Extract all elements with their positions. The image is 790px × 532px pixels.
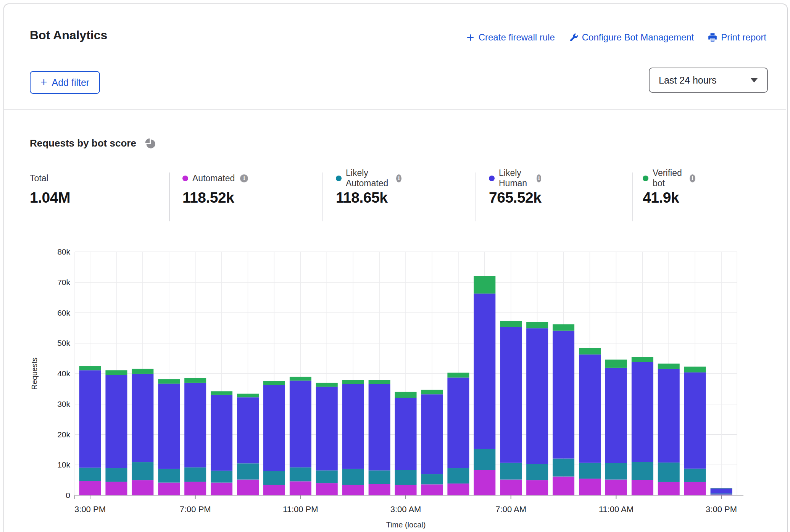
svg-text:7:00 PM: 7:00 PM [180,505,211,514]
svg-text:50k: 50k [57,339,70,347]
svg-text:3:00 PM: 3:00 PM [74,505,106,514]
svg-text:11:00 AM: 11:00 AM [599,505,634,514]
svg-text:0: 0 [66,491,70,500]
svg-text:70k: 70k [57,278,70,287]
svg-text:3:00 PM: 3:00 PM [706,505,737,514]
svg-text:Requests: Requests [30,358,39,390]
svg-text:Time (local): Time (local) [386,521,426,529]
svg-text:3:00 AM: 3:00 AM [390,505,421,514]
svg-text:7:00 AM: 7:00 AM [495,505,526,514]
svg-text:30k: 30k [57,400,70,408]
svg-text:20k: 20k [57,430,70,439]
svg-text:10k: 10k [57,460,70,469]
svg-text:40k: 40k [57,369,70,378]
requests-by-bot-score-chart: 010k20k30k40k50k60k70k80k3:00 PM7:00 PM1… [0,0,790,532]
svg-text:80k: 80k [57,247,70,256]
svg-text:60k: 60k [57,308,70,317]
svg-text:11:00 PM: 11:00 PM [283,505,318,514]
bot-analytics-page: Bot Analytics Create firewall rule Confi… [0,0,790,532]
